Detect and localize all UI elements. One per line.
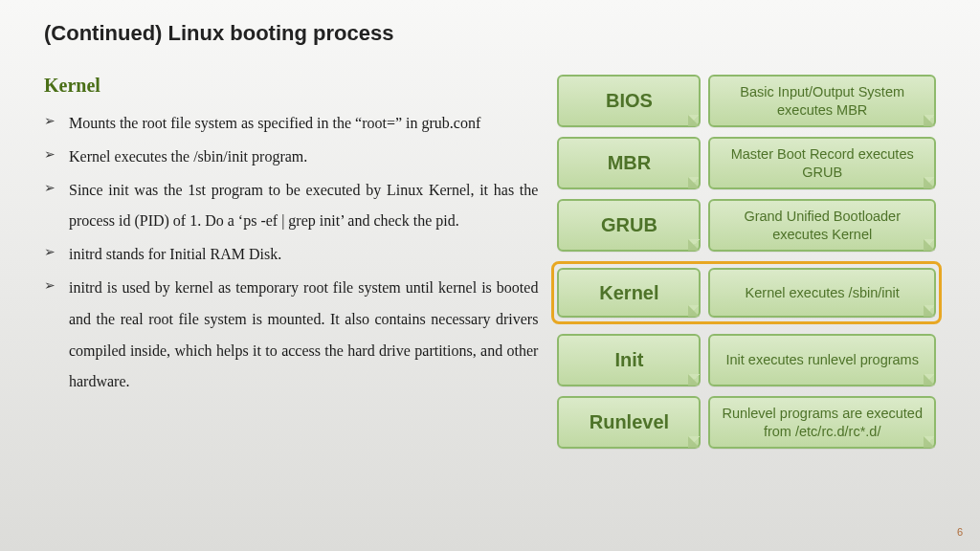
section-heading: Kernel [44, 75, 538, 97]
list-item: initrd stands for Initial RAM Disk. [44, 239, 538, 271]
diagram-row-init: Init Init executes runlevel programs [557, 334, 936, 386]
diagram-stage-desc: Master Boot Record executes GRUB [708, 137, 936, 189]
diagram-stage-label: BIOS [557, 75, 701, 127]
diagram-row-kernel: Kernel Kernel executes /sbin/init [551, 261, 942, 324]
page-number: 6 [957, 526, 963, 538]
list-item: Kernel executes the /sbin/init program. [44, 142, 538, 173]
diagram-stage-label: Kernel [557, 268, 701, 318]
list-item: initrd is used by kernel as temporary ro… [44, 273, 538, 398]
diagram-row-grub: GRUB Grand Unified Bootloader executes K… [557, 199, 936, 252]
diagram-row-runlevel: Runlevel Runlevel programs are executed … [557, 396, 936, 449]
diagram-stage-desc: Runlevel programs are executed from /etc… [708, 396, 936, 449]
diagram-stage-label: MBR [557, 137, 701, 189]
diagram-stage-desc: Grand Unified Bootloader executes Kernel [708, 199, 936, 252]
page-title: (Continued) Linux booting process [44, 21, 936, 46]
diagram-stage-label: GRUB [557, 199, 701, 252]
diagram-stage-desc: Kernel executes /sbin/init [708, 268, 936, 318]
diagram-stage-label: Runlevel [557, 396, 701, 449]
boot-diagram: BIOS Basic Input/Output System executes … [557, 75, 936, 449]
diagram-row-mbr: MBR Master Boot Record executes GRUB [557, 137, 936, 189]
bullet-list: Mounts the root file system as specified… [44, 108, 538, 398]
list-item: Since init was the 1st program to be exe… [44, 175, 538, 238]
diagram-row-bios: BIOS Basic Input/Output System executes … [557, 75, 936, 127]
list-item: Mounts the root file system as specified… [44, 108, 538, 140]
diagram-stage-desc: Basic Input/Output System executes MBR [708, 75, 936, 127]
diagram-stage-desc: Init executes runlevel programs [708, 334, 936, 386]
diagram-stage-label: Init [557, 334, 701, 386]
